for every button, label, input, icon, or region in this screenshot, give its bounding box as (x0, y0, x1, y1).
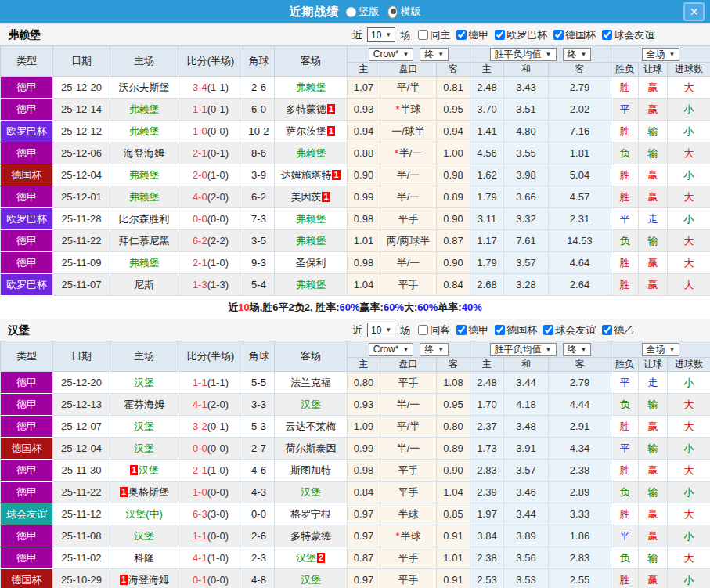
select-header-cell: 胜平负均值▼终▼ (470, 341, 611, 358)
handicap-away-odds: 0.91 (437, 525, 470, 547)
handicap-away-odds: 0.87 (437, 230, 470, 252)
odds-draw: 3.43 (504, 77, 549, 99)
column-subheader: 客 (437, 358, 470, 372)
radio-horizontal-layout[interactable]: 横版 (387, 5, 421, 19)
halftime-score: (0-0) (207, 486, 229, 498)
score-cell: 1-1(0-0) (178, 525, 243, 547)
team-name-text: 汉堡 (139, 464, 159, 476)
away-team-cell: 汉堡 (275, 569, 348, 588)
handicap-home-odds: 0.99 (348, 186, 380, 208)
away-team-cell: 弗赖堡 (275, 142, 348, 164)
dropdown-arrow-icon: ▼ (581, 51, 587, 58)
odds-time-select[interactable]: 终▼ (563, 48, 592, 61)
league-cell: 球会友谊 (1, 503, 53, 525)
away-team-cell: 圣保利 (275, 252, 348, 274)
odds-away: 2.38 (549, 460, 611, 482)
result-handicap: 赢 (639, 274, 668, 296)
handicap-line-text: 半球 (398, 508, 419, 520)
score-cell: 1-1(1-1) (178, 372, 243, 394)
result-text: 平 (620, 213, 630, 225)
handicap-home-odds: 0.97 (348, 525, 380, 547)
date-cell: 25-12-04 (53, 164, 110, 186)
team-name-text: 弗赖堡 (296, 235, 326, 247)
fulltime-score: 2-0 (193, 169, 207, 181)
home-team-cell: 1汉堡 (110, 460, 178, 482)
odds-time-select[interactable]: 终▼ (563, 343, 592, 356)
league-filter-checkbox[interactable] (553, 30, 564, 40)
summary-part: 60% (417, 301, 438, 313)
team-name-text: 汉堡 (301, 574, 321, 586)
match-scope-select[interactable]: 全场▼ (642, 48, 680, 61)
red-card-badge: 1 (327, 126, 335, 136)
team-name-text: 弗赖堡 (296, 81, 326, 93)
halftime-score: (2-0) (207, 191, 229, 203)
handicap-home-odds: 0.98 (348, 252, 380, 274)
result-text: 小 (684, 169, 694, 181)
filter-label: 球会友谊 (555, 323, 596, 337)
handicap-away-odds: 1.04 (437, 482, 470, 503)
match-row: 德甲25-12-20沃尔夫斯堡3-4(1-1)2-6弗赖堡1.07平/半0.81… (1, 77, 710, 99)
filter-label: 德国杯 (506, 323, 537, 337)
odds-average-select[interactable]: 胜平负均值▼ (490, 48, 557, 61)
date-cell: 25-11-07 (53, 274, 110, 296)
bookmaker-select[interactable]: Crow*▼ (369, 343, 414, 356)
league-filter-checkbox[interactable] (456, 325, 467, 335)
odds-draw: 3.56 (504, 547, 549, 569)
handicap-time-select[interactable]: 终▼ (420, 343, 449, 356)
league-cell: 德甲 (1, 372, 53, 394)
corners-cell: 2-6 (243, 525, 275, 547)
result-goals: 大 (668, 142, 710, 164)
radio-vertical-layout[interactable]: 竖版 (346, 5, 380, 19)
odds-away: 2.31 (549, 208, 611, 230)
corners-cell: 8-6 (243, 142, 275, 164)
team-name-text: 圣保利 (296, 257, 326, 269)
column-header: 日期 (53, 341, 110, 372)
odds-average-select[interactable]: 胜平负均值▼ (490, 343, 557, 356)
corners-cell: 4-3 (243, 482, 275, 503)
handicap-line: 平手 (380, 208, 437, 230)
date-cell: 25-11-02 (53, 547, 110, 569)
match-row: 德甲25-11-09弗赖堡2-1(1-0)9-3圣保利0.98半/一0.901.… (1, 252, 710, 274)
result-text: 平 (620, 377, 630, 388)
home-team-cell: 弗赖堡 (110, 121, 178, 142)
home-team-cell: 汉堡 (110, 416, 178, 438)
corners-cell: 5-3 (243, 416, 275, 438)
same-venue-checkbox[interactable] (418, 325, 428, 335)
summary-part: 单率: (438, 301, 461, 315)
league-filter-checkbox[interactable] (495, 325, 505, 335)
close-button[interactable]: ✕ (683, 2, 705, 21)
match-count-select[interactable]: 10▼ (367, 323, 395, 337)
league-filter-checkbox[interactable] (543, 325, 553, 335)
league-filter-checkbox[interactable] (456, 30, 467, 40)
match-row: 德国杯25-12-04汉堡0-0(0-0)2-7荷尔斯泰因0.99半/一0.89… (1, 438, 710, 460)
result-text: 胜 (620, 169, 630, 181)
same-venue-checkbox[interactable] (418, 30, 428, 40)
odds-home: 2.48 (470, 372, 504, 394)
home-team-cell: 沃尔夫斯堡 (110, 77, 178, 99)
filter-label: 同主 (430, 28, 450, 42)
column-subheader: 主 (470, 358, 504, 372)
match-count-select[interactable]: 10▼ (367, 27, 395, 42)
handicap-time-select[interactable]: 终▼ (420, 48, 449, 61)
league-filter-checkbox[interactable] (602, 325, 612, 335)
match-scope-select[interactable]: 全场▼ (642, 343, 680, 356)
dropdown-arrow-icon: ▼ (402, 346, 409, 353)
fulltime-score: 6-3 (193, 508, 207, 520)
result-goals: 小 (668, 121, 710, 142)
handicap-away-odds: 0.89 (437, 186, 470, 208)
bookmaker-select[interactable]: Crow*▼ (369, 48, 414, 61)
handicap-line: 平手 (380, 547, 437, 569)
red-card-badge: 1 (130, 465, 138, 475)
asterisk-mark: * (395, 103, 399, 115)
result-goals: 小 (668, 525, 710, 547)
odds-draw: 4.18 (504, 394, 549, 416)
score-cell: 1-1(0-1) (178, 99, 243, 121)
column-subheader: 客 (549, 63, 611, 77)
league-filter-checkbox[interactable] (602, 30, 612, 40)
dropdown-arrow-icon: ▼ (438, 346, 444, 353)
date-cell: 25-12-06 (53, 142, 110, 164)
result-text: 胜 (620, 81, 630, 93)
home-team-cell: 弗赖堡 (110, 99, 178, 121)
league-filter-checkbox[interactable] (495, 30, 505, 40)
match-row: 德甲25-11-22拜仁慕尼黑6-2(2-2)3-5弗赖堡1.01两/两球半0.… (1, 230, 710, 252)
